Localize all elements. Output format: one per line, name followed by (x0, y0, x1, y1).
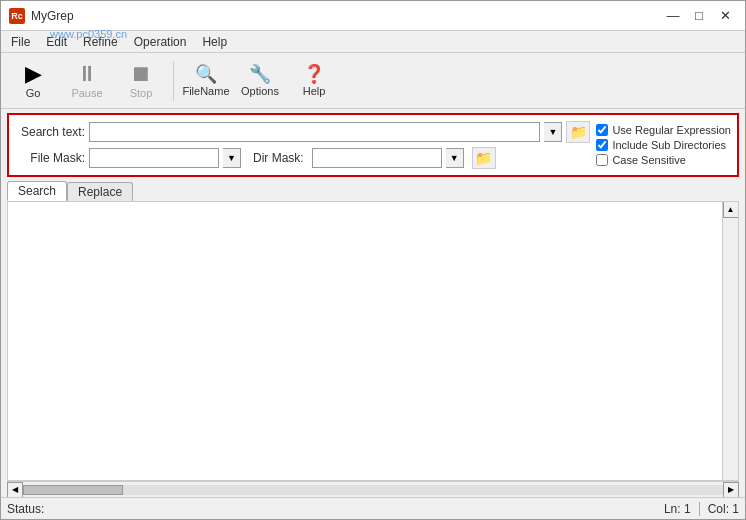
stop-icon: ⏹ (130, 63, 152, 85)
pause-label: Pause (71, 87, 102, 99)
dir-mask-label: Dir Mask: (253, 151, 304, 165)
options-icon: 🔧 (249, 65, 271, 83)
tab-search[interactable]: Search (7, 181, 67, 201)
pause-icon: ⏸ (76, 63, 98, 85)
folder-icon: 📁 (570, 124, 587, 140)
dir-mask-dropdown[interactable]: ▼ (446, 148, 464, 168)
search-text-input[interactable] (89, 122, 540, 142)
close-button[interactable]: ✕ (713, 5, 737, 27)
tab-replace[interactable]: Replace (67, 182, 133, 201)
file-mask-dropdown[interactable]: ▼ (223, 148, 241, 168)
window-title: MyGrep (31, 9, 74, 23)
mask-row: File Mask: ▼ Dir Mask: ▼ 📁 (15, 147, 590, 169)
use-regex-label: Use Regular Expression (612, 124, 731, 136)
menu-edit[interactable]: Edit (38, 33, 75, 51)
help-label: Help (303, 85, 326, 97)
main-content-area[interactable]: ▲ (7, 201, 739, 481)
toolbar-go-button[interactable]: ▶ Go (7, 57, 59, 105)
search-panel-main: Search text: ▼ 📁 File Mask: ▼ Dir Mask: (15, 121, 731, 169)
help-icon: ❓ (303, 65, 325, 83)
title-bar: Rc MyGrep www.pc0359.cn — □ ✕ (1, 1, 745, 31)
stop-label: Stop (130, 87, 153, 99)
title-bar-controls: — □ ✕ (661, 5, 737, 27)
search-inputs: Search text: ▼ 📁 File Mask: ▼ Dir Mask: (15, 121, 590, 169)
search-panel: Search text: ▼ 📁 File Mask: ▼ Dir Mask: (7, 113, 739, 177)
case-sensitive-checkbox[interactable] (596, 154, 608, 166)
options-label: Options (241, 85, 279, 97)
title-bar-left: Rc MyGrep (9, 8, 74, 24)
scroll-up-button[interactable]: ▲ (723, 202, 739, 218)
ln-value: Ln: 1 (664, 502, 691, 516)
toolbar-sep-1 (173, 61, 174, 101)
menu-file[interactable]: File (3, 33, 38, 51)
maximize-button[interactable]: □ (687, 5, 711, 27)
include-sub-checkbox[interactable] (596, 139, 608, 151)
menu-bar: File Edit Refine Operation Help (1, 31, 745, 53)
search-options: Use Regular Expression Include Sub Direc… (596, 121, 731, 169)
use-regex-row: Use Regular Expression (596, 124, 731, 136)
status-bar: Status: Ln: 1 Col: 1 (1, 497, 745, 519)
minimize-button[interactable]: — (661, 5, 685, 27)
search-text-label: Search text: (15, 125, 85, 139)
menu-help[interactable]: Help (194, 33, 235, 51)
h-scroll-left-button[interactable]: ◀ (7, 482, 23, 498)
dir-mask-input[interactable] (312, 148, 442, 168)
toolbar-pause-button[interactable]: ⏸ Pause (61, 57, 113, 105)
status-label: Status: (7, 502, 44, 516)
search-text-row: Search text: ▼ 📁 (15, 121, 590, 143)
file-mask-input[interactable] (89, 148, 219, 168)
h-scroll-track[interactable] (23, 485, 723, 495)
go-icon: ▶ (25, 63, 42, 85)
filename-label: FileName (182, 85, 229, 97)
h-scroll-thumb[interactable] (23, 485, 123, 495)
filename-icon: 🔍 (195, 65, 217, 83)
use-regex-checkbox[interactable] (596, 124, 608, 136)
vertical-scrollbar[interactable]: ▲ (722, 202, 738, 480)
app-icon: Rc (9, 8, 25, 24)
menu-operation[interactable]: Operation (126, 33, 195, 51)
toolbar-options-button[interactable]: 🔧 Options (234, 57, 286, 105)
case-sensitive-row: Case Sensitive (596, 154, 731, 166)
toolbar-filename-button[interactable]: 🔍 FileName (180, 57, 232, 105)
search-text-dropdown[interactable]: ▼ (544, 122, 562, 142)
toolbar-help-button[interactable]: ❓ Help (288, 57, 340, 105)
h-scroll-right-button[interactable]: ▶ (723, 482, 739, 498)
search-text-folder-btn[interactable]: 📁 (566, 121, 590, 143)
include-sub-label: Include Sub Directories (612, 139, 726, 151)
toolbar: ▶ Go ⏸ Pause ⏹ Stop 🔍 FileName 🔧 Options… (1, 53, 745, 109)
dir-mask-field: ▼ (312, 148, 464, 168)
include-sub-row: Include Sub Directories (596, 139, 731, 151)
file-mask-field: ▼ (89, 148, 241, 168)
horizontal-scrollbar: ◀ ▶ (7, 481, 739, 497)
menu-refine[interactable]: Refine (75, 33, 126, 51)
col-value: Col: 1 (708, 502, 739, 516)
go-label: Go (26, 87, 41, 99)
dir-folder-icon: 📁 (475, 150, 492, 166)
tabs-bar: Search Replace (1, 181, 745, 201)
toolbar-stop-button[interactable]: ⏹ Stop (115, 57, 167, 105)
status-sep (699, 502, 700, 516)
file-mask-label: File Mask: (15, 151, 85, 165)
case-sensitive-label: Case Sensitive (612, 154, 685, 166)
main-window: Rc MyGrep www.pc0359.cn — □ ✕ File Edit … (0, 0, 746, 520)
dir-mask-folder-btn[interactable]: 📁 (472, 147, 496, 169)
